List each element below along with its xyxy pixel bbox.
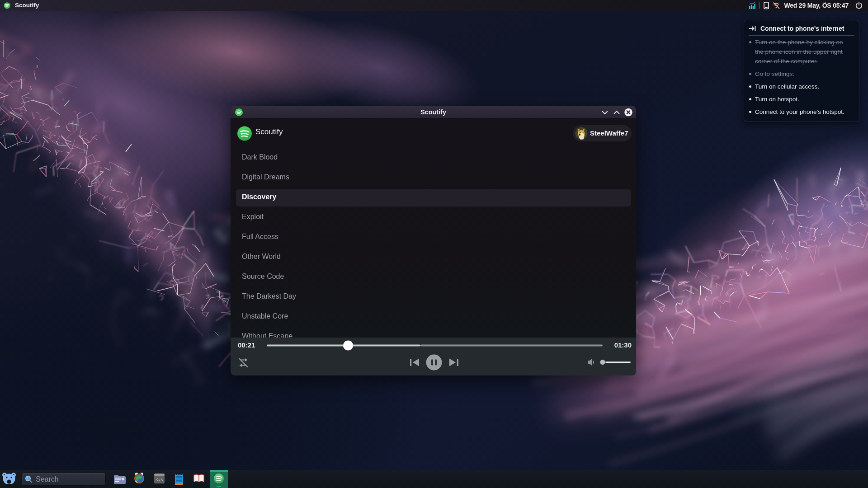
- svg-text:C:\: C:\: [156, 478, 163, 482]
